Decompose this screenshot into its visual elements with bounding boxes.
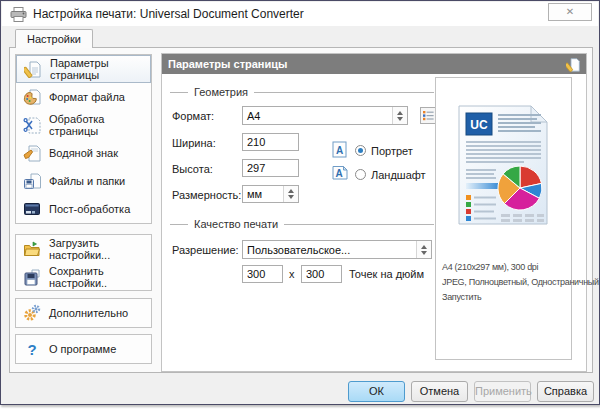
dpi-x-input[interactable] bbox=[242, 265, 283, 283]
scissors-page-icon bbox=[23, 116, 41, 134]
unit-select[interactable]: мм bbox=[242, 185, 299, 203]
svg-text:A: A bbox=[336, 145, 343, 156]
tab-settings[interactable]: Настройки bbox=[15, 29, 93, 48]
sidebar-item-watermark[interactable]: Водяной знак bbox=[16, 139, 151, 167]
preview-document-image: UC bbox=[457, 104, 549, 226]
sidebar-item-files-folders[interactable]: Файлы и папки bbox=[16, 167, 151, 195]
sidebar-item-advanced[interactable]: Дополнительно bbox=[16, 299, 151, 327]
sidebar-group-profiles: Загрузить настройки... Сохранить настрой… bbox=[15, 234, 152, 291]
dpi-separator: x bbox=[289, 268, 295, 280]
format-label: Формат: bbox=[172, 110, 214, 122]
sidebar-item-label: Пост-обработка bbox=[49, 203, 130, 215]
preview-format-line: A4 (210x297 мм), 300 dpi bbox=[442, 260, 599, 275]
sidebar-item-load-settings[interactable]: Загрузить настройки... bbox=[16, 235, 151, 263]
resolution-value: Пользовательское... bbox=[243, 244, 416, 256]
apply-button: Применить bbox=[474, 381, 531, 402]
height-input[interactable] bbox=[242, 159, 299, 177]
sidebar-item-label: Параметры страницы bbox=[50, 57, 150, 81]
portrait-radio[interactable] bbox=[355, 145, 366, 156]
dpi-y-input[interactable] bbox=[301, 265, 342, 283]
app-window-icon bbox=[23, 200, 41, 218]
help-button[interactable]: Справка bbox=[537, 381, 594, 402]
preview-panel: UC bbox=[435, 77, 572, 360]
portrait-page-icon: A bbox=[332, 141, 348, 158]
format-select[interactable]: A4 bbox=[242, 106, 408, 125]
printer-icon bbox=[10, 7, 27, 22]
question-icon: ? bbox=[23, 340, 41, 358]
preview-action-line: Запустить bbox=[442, 290, 599, 305]
sidebar-group-about: ? О программе bbox=[15, 334, 152, 364]
spinner-arrows-icon[interactable] bbox=[416, 241, 431, 258]
quality-group-legend: Качество печати bbox=[170, 218, 434, 230]
page-setup-panel: Параметры страницы Геометрия Формат: A4 … bbox=[161, 53, 587, 372]
landscape-radio[interactable] bbox=[355, 169, 366, 180]
screen: Настройка печати: Universal Document Con… bbox=[0, 0, 600, 409]
gears-icon bbox=[23, 304, 41, 322]
panel-title: Параметры страницы bbox=[168, 58, 566, 70]
sidebar-item-label: Формат файла bbox=[49, 91, 125, 103]
sidebar-item-label: Файлы и папки bbox=[49, 175, 125, 187]
unit-label: Размерность: bbox=[172, 189, 241, 201]
width-input[interactable] bbox=[242, 133, 299, 151]
title-bar: Настройка печати: Universal Document Con… bbox=[2, 2, 598, 26]
watermark-icon bbox=[23, 144, 41, 162]
height-label: Высота: bbox=[172, 163, 213, 175]
window-title: Настройка печати: Universal Document Con… bbox=[33, 7, 304, 21]
sidebar-group-advanced: Дополнительно bbox=[15, 298, 152, 328]
ok-button[interactable]: ОК bbox=[348, 381, 405, 402]
sidebar-item-save-settings[interactable]: Сохранить настройки.. bbox=[16, 263, 151, 291]
portrait-label: Портрет bbox=[371, 145, 413, 157]
resolution-label: Разрешение: bbox=[172, 244, 239, 256]
palette-icon bbox=[23, 88, 41, 106]
sidebar-item-label: Водяной знак bbox=[49, 147, 118, 159]
format-value: A4 bbox=[243, 110, 392, 122]
sidebar-group-pages: Параметры страницы Формат файла bbox=[15, 54, 152, 224]
preview-filetype-line: JPEG, Полноцветный, Одностраничный bbox=[442, 275, 599, 290]
landscape-label: Ландшафт bbox=[371, 169, 426, 181]
resolution-select[interactable]: Пользовательское... bbox=[242, 240, 432, 259]
close-button[interactable]: ✕ bbox=[548, 3, 592, 21]
page-ruler-icon bbox=[566, 57, 581, 72]
print-setup-dialog: Настройка печати: Universal Document Con… bbox=[0, 0, 600, 405]
sidebar-item-label: Загрузить настройки... bbox=[49, 237, 151, 261]
floppy-page-icon bbox=[23, 172, 41, 190]
geometry-group-legend: Геометрия bbox=[170, 86, 434, 98]
sidebar-item-page-setup[interactable]: Параметры страницы bbox=[16, 55, 151, 83]
sidebar-item-post-processing[interactable]: Пост-обработка bbox=[16, 195, 151, 223]
open-folder-icon bbox=[23, 240, 41, 258]
svg-text:UC: UC bbox=[470, 118, 488, 132]
sidebar-item-label: Сохранить настройки.. bbox=[49, 265, 151, 289]
svg-text:A: A bbox=[335, 168, 342, 179]
sidebar-item-about[interactable]: ? О программе bbox=[16, 335, 151, 363]
spinner-arrows-icon[interactable] bbox=[283, 186, 298, 202]
dpi-label: Точек на дюйм bbox=[349, 268, 424, 280]
unit-value: мм bbox=[243, 188, 283, 200]
sidebar-item-label: Дополнительно bbox=[49, 307, 128, 319]
save-icon bbox=[23, 268, 41, 286]
cancel-button[interactable]: Отмена bbox=[411, 381, 468, 402]
preview-info: A4 (210x297 мм), 300 dpi JPEG, Полноцвет… bbox=[442, 260, 599, 305]
sidebar-item-page-processing[interactable]: Обработка страницы bbox=[16, 111, 151, 139]
landscape-page-icon: A bbox=[332, 164, 348, 181]
page-ruler-icon bbox=[24, 60, 42, 78]
list-icon bbox=[423, 110, 434, 121]
sidebar-item-file-format[interactable]: Формат файла bbox=[16, 83, 151, 111]
width-label: Ширина: bbox=[172, 137, 216, 149]
sidebar-item-label: Обработка страницы bbox=[49, 113, 151, 137]
panel-header: Параметры страницы bbox=[162, 54, 586, 74]
spinner-arrows-icon[interactable] bbox=[392, 107, 407, 124]
sidebar-item-label: О программе bbox=[49, 343, 116, 355]
